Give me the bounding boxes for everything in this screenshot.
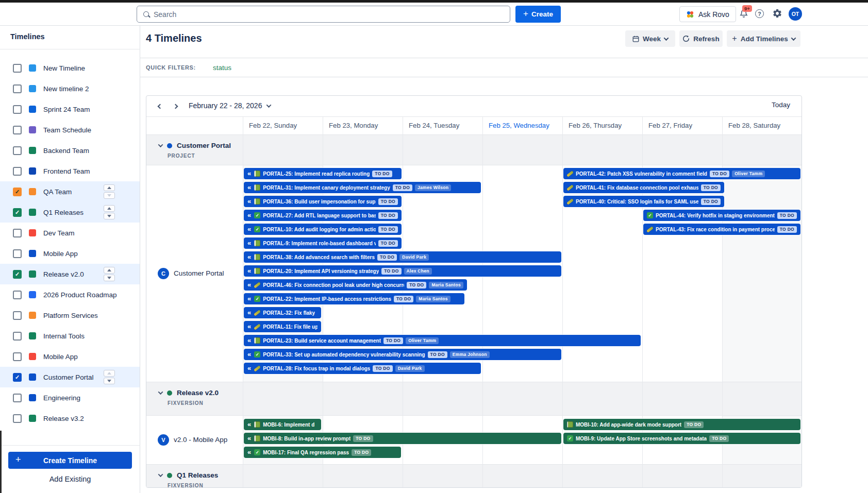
timeline-bar-mobi-6[interactable]: «MOBI-6: Implement d (244, 419, 321, 430)
issue-title: PORTAL-9: Implement role-based dashboard… (263, 241, 376, 246)
timeline-bar-portal-33[interactable]: «PORTAL-33: Set up automated dependency … (244, 349, 561, 360)
timeline-bar-portal-43[interactable]: PORTAL-43: Fix race condition in payment… (643, 224, 800, 235)
timeline-bar-portal-22[interactable]: «PORTAL-22: Implement IP-based access re… (244, 293, 464, 304)
timeline-bar-portal-46[interactable]: «PORTAL-46: Fix connection pool leak und… (244, 279, 467, 291)
sidebar-item-customer-portal[interactable]: ✓Customer Portal (0, 367, 140, 387)
checkbox[interactable] (13, 291, 22, 299)
sidebar-item-engineering[interactable]: Engineering (0, 387, 140, 408)
section-color-dot (167, 473, 172, 478)
next-week-button[interactable] (169, 100, 181, 112)
day-header-feb-28-saturday[interactable]: Feb 28, Saturday (722, 117, 802, 135)
timeline-bar-mobi-9[interactable]: MOBI-9: Update App Store screenshots and… (563, 433, 800, 444)
timeline-bar-portal-44[interactable]: PORTAL-44: Verify hotfix in staging envi… (643, 210, 800, 221)
sidebar-item-new-timeline[interactable]: New Timeline (0, 58, 140, 78)
timeline-bar-portal-11[interactable]: «PORTAL-11: Fix file up (244, 321, 321, 332)
timeline-bar-portal-23[interactable]: «PORTAL-23: Build service account manage… (244, 335, 641, 346)
checkbox[interactable]: ✓ (13, 208, 22, 217)
checkbox[interactable] (13, 126, 22, 134)
timeline-bar-mobi-8[interactable]: «MOBI-8: Build in-app review promptTO DO (244, 433, 561, 444)
timeline-bar-portal-9[interactable]: «PORTAL-9: Implement role-based dashboar… (244, 237, 402, 249)
timeline-bar-portal-28[interactable]: «PORTAL-28: Fix focus trap in modal dial… (244, 363, 481, 374)
move-up-button[interactable] (104, 205, 115, 212)
ask-rovo-button[interactable]: Ask Rovo (679, 6, 736, 22)
quick-filter-status[interactable]: status (213, 64, 231, 72)
timeline-bar-portal-38[interactable]: «PORTAL-38: Add advanced search with fil… (244, 251, 561, 263)
notifications-button[interactable]: 9+ (738, 7, 752, 21)
move-down-button[interactable] (104, 378, 115, 384)
sidebar-item-q1-releases[interactable]: ✓Q1 Releases (0, 202, 140, 223)
sidebar-item-release-v3-2[interactable]: Release v3.2 (0, 408, 140, 429)
sidebar-item-backend-team[interactable]: Backend Team (0, 140, 140, 161)
checkbox[interactable] (13, 84, 22, 93)
create-timeline-button[interactable]: + Create Timeline (8, 452, 132, 469)
checkbox[interactable] (13, 249, 22, 258)
search-field[interactable] (154, 10, 504, 19)
move-up-button[interactable] (104, 267, 115, 274)
checkbox[interactable] (13, 311, 22, 320)
timeline-bar-portal-36[interactable]: «PORTAL-36: Build user impersonation for… (244, 196, 402, 207)
checkbox[interactable] (13, 394, 22, 402)
prev-week-button[interactable] (154, 100, 166, 112)
create-timeline-label: Create Timeline (43, 456, 97, 465)
sidebar-item-sprint-24-team[interactable]: Sprint 24 Team (0, 99, 140, 120)
day-header-feb-23-monday[interactable]: Feb 23, Monday (323, 117, 403, 135)
move-up-button[interactable] (104, 370, 115, 377)
create-button[interactable]: + Create (515, 6, 561, 23)
day-header-feb-26-thursday[interactable]: Feb 26, Thursday (562, 117, 642, 135)
day-header-feb-22-sunday[interactable]: Feb 22, Sunday (243, 117, 323, 135)
date-range-selector[interactable]: February 22 - 28, 2026 (189, 101, 271, 110)
sidebar-item-new-timeline-2[interactable]: New timeline 2 (0, 78, 140, 99)
timeline-bar-portal-25[interactable]: «PORTAL-25: Implement read replica routi… (244, 168, 402, 179)
sidebar-item-mobile-app[interactable]: Mobile App (0, 243, 140, 264)
sidebar-item-frontend-team[interactable]: Frontend Team (0, 161, 140, 181)
sidebar-item-2026-product-roadmap[interactable]: 2026 Product Roadmap (0, 284, 140, 305)
refresh-button[interactable]: Refresh (679, 30, 723, 47)
checkbox[interactable] (13, 105, 22, 114)
week-view-button[interactable]: Week (625, 30, 675, 47)
sidebar-item-release-v2-0[interactable]: ✓Release v2.0 (0, 264, 140, 284)
help-button[interactable]: ? (755, 9, 764, 18)
settings-button[interactable] (772, 8, 782, 19)
user-avatar[interactable]: OT (789, 7, 802, 21)
add-timelines-button[interactable]: + Add Timelines (727, 30, 800, 47)
chevron-down-icon[interactable] (158, 472, 163, 477)
day-header-feb-27-friday[interactable]: Feb 27, Friday (642, 117, 722, 135)
checkbox[interactable]: ✓ (13, 373, 22, 382)
move-up-button[interactable] (104, 184, 115, 191)
timeline-bar-portal-32[interactable]: «PORTAL-32: Fix flaky (244, 307, 321, 318)
checkbox[interactable]: ✓ (13, 188, 22, 196)
checkbox[interactable] (13, 352, 22, 361)
chevron-down-icon[interactable] (158, 142, 163, 147)
checkbox[interactable] (13, 64, 22, 73)
sidebar-item-mobile-app[interactable]: Mobile App (0, 346, 140, 367)
checkbox[interactable] (13, 229, 22, 237)
checkbox[interactable] (13, 414, 22, 423)
timeline-bar-portal-10[interactable]: «PORTAL-10: Add audit logging for admin … (244, 224, 402, 235)
sidebar-item-qa-team[interactable]: ✓QA Team (0, 181, 140, 202)
chevron-down-icon[interactable] (158, 389, 163, 395)
move-down-button[interactable] (104, 275, 115, 281)
move-down-button[interactable] (104, 192, 115, 199)
timeline-bar-mobi-17[interactable]: «MOBI-17: Final QA regression passTO DO (244, 447, 401, 458)
timeline-bar-portal-42[interactable]: PORTAL-42: Patch XSS vulnerability in co… (563, 168, 800, 179)
timeline-bar-portal-27[interactable]: «PORTAL-27: Add RTL language support to … (244, 210, 402, 221)
sidebar-item-platform-services[interactable]: Platform Services (0, 305, 140, 326)
timeline-bar-portal-20[interactable]: «PORTAL-20: Implement API versioning str… (244, 265, 561, 277)
timeline-bar-portal-41[interactable]: PORTAL-41: Fix database connection pool … (563, 182, 724, 193)
checkbox[interactable] (13, 146, 22, 155)
sidebar-item-internal-tools[interactable]: Internal Tools (0, 326, 140, 346)
timeline-bar-portal-31[interactable]: «PORTAL-31: Implement canary deployment … (244, 182, 481, 193)
timeline-bar-portal-40[interactable]: PORTAL-40: Critical: SSO login fails for… (563, 196, 724, 207)
search-input[interactable] (137, 6, 510, 23)
checkbox[interactable] (13, 332, 22, 341)
today-button[interactable]: Today (772, 101, 790, 109)
checkbox[interactable] (13, 167, 22, 176)
day-header-feb-25-wednesday[interactable]: Feb 25, Wednesday (482, 117, 562, 135)
move-down-button[interactable] (104, 213, 115, 219)
checkbox[interactable]: ✓ (13, 270, 22, 279)
sidebar-item-team-schedule[interactable]: Team Schedule (0, 120, 140, 140)
add-existing-link[interactable]: Add Existing (0, 475, 140, 483)
sidebar-item-dev-team[interactable]: Dev Team (0, 223, 140, 243)
day-header-feb-24-tuesday[interactable]: Feb 24, Tuesday (403, 117, 482, 135)
timeline-bar-mobi-10[interactable]: MOBI-10: Add app-wide dark mode supportT… (563, 419, 800, 430)
